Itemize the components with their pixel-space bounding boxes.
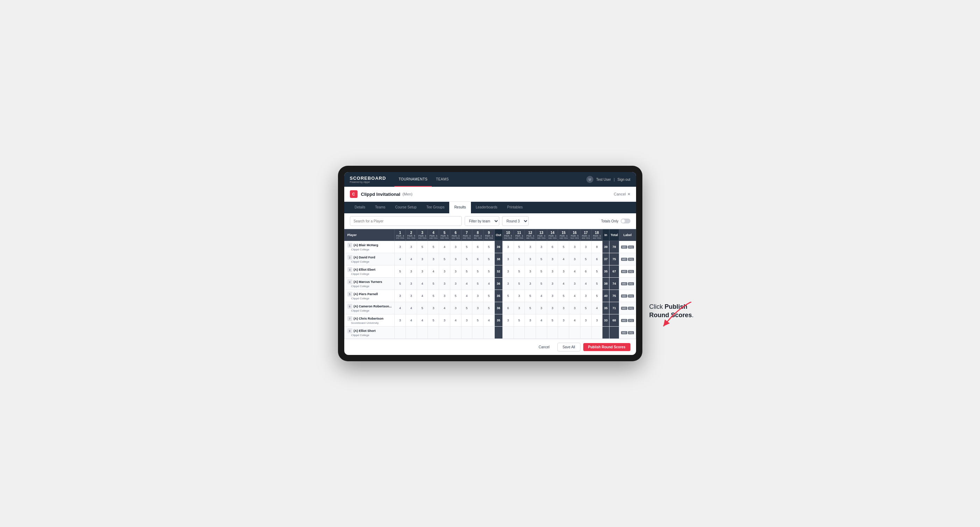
score-out-1[interactable]: 3	[395, 290, 406, 302]
score-out-1[interactable]: 3	[395, 241, 406, 253]
wd-badge[interactable]: WD	[621, 307, 627, 310]
score-out-1[interactable]: 5	[395, 265, 406, 278]
score-in-14[interactable]: 3	[547, 278, 558, 290]
score-in-12[interactable]: 3	[525, 241, 536, 253]
score-in-11[interactable]: 5	[514, 253, 525, 265]
score-out-4[interactable]: 4	[428, 265, 439, 278]
score-out-3[interactable]: 4	[417, 290, 428, 302]
wd-badge[interactable]: WD	[621, 270, 627, 273]
score-out-6[interactable]: 5	[450, 290, 461, 302]
score-in-16[interactable]: 3	[569, 302, 581, 314]
score-in-12[interactable]: 5	[525, 302, 536, 314]
score-in-14[interactable]: 6	[547, 241, 558, 253]
score-in-13[interactable]	[536, 327, 547, 339]
score-out-7[interactable]: 4	[461, 290, 473, 302]
score-out-7[interactable]: 5	[461, 265, 473, 278]
score-in-10[interactable]: 5	[503, 290, 514, 302]
score-out-8[interactable]: 3	[473, 302, 484, 314]
score-out-9[interactable]: 4	[483, 314, 494, 327]
toggle-switch[interactable]	[620, 219, 630, 224]
score-out-5[interactable]: 3	[439, 265, 450, 278]
score-out-8[interactable]: 5	[473, 278, 484, 290]
score-in-15[interactable]: 4	[558, 253, 569, 265]
score-in-17[interactable]: 5	[580, 302, 591, 314]
wd-badge[interactable]: WD	[621, 319, 627, 322]
score-in-11[interactable]: 5	[514, 265, 525, 278]
dq-badge[interactable]: DQ	[628, 258, 634, 261]
score-out-1[interactable]: 5	[395, 278, 406, 290]
score-out-7[interactable]: 5	[461, 253, 473, 265]
dq-badge[interactable]: DQ	[628, 282, 634, 285]
score-in-15[interactable]: 3	[558, 265, 569, 278]
score-out-5[interactable]: 3	[439, 290, 450, 302]
score-in-13[interactable]: 5	[536, 253, 547, 265]
score-out-4[interactable]: 5	[428, 278, 439, 290]
score-in-15[interactable]: 4	[558, 278, 569, 290]
score-in-15[interactable]: 3	[558, 302, 569, 314]
score-out-3[interactable]: 5	[417, 302, 428, 314]
totals-only-toggle[interactable]: Totals Only	[601, 219, 630, 224]
score-in-12[interactable]: 3	[525, 265, 536, 278]
score-in-10[interactable]: 3	[503, 253, 514, 265]
dq-badge[interactable]: DQ	[628, 319, 634, 322]
score-in-11[interactable]: 5	[514, 314, 525, 327]
score-in-13[interactable]: 4	[536, 314, 547, 327]
score-in-17[interactable]	[580, 327, 591, 339]
score-in-11[interactable]: 5	[514, 241, 525, 253]
score-in-18[interactable]: 5	[591, 278, 603, 290]
score-in-18[interactable]: 5	[591, 290, 603, 302]
score-in-10[interactable]: 3	[503, 278, 514, 290]
score-in-10[interactable]	[503, 327, 514, 339]
score-out-6[interactable]: 3	[450, 253, 461, 265]
score-out-4[interactable]: 3	[428, 302, 439, 314]
score-out-6[interactable]: 3	[450, 241, 461, 253]
score-out-1[interactable]: 4	[395, 253, 406, 265]
score-in-16[interactable]: 3	[569, 241, 581, 253]
wd-badge[interactable]: WD	[621, 258, 627, 261]
score-out-2[interactable]: 3	[406, 265, 417, 278]
score-out-4[interactable]: 3	[428, 253, 439, 265]
score-in-17[interactable]: 3	[580, 290, 591, 302]
score-out-9[interactable]: 5	[483, 265, 494, 278]
score-out-5[interactable]: 3	[439, 278, 450, 290]
score-out-9[interactable]: 5	[483, 302, 494, 314]
wd-badge[interactable]: WD	[621, 294, 627, 298]
score-out-5[interactable]	[439, 327, 450, 339]
score-out-6[interactable]: 3	[450, 278, 461, 290]
score-in-12[interactable]: 3	[525, 253, 536, 265]
score-in-10[interactable]: 3	[503, 314, 514, 327]
score-out-2[interactable]: 3	[406, 278, 417, 290]
score-in-17[interactable]: 3	[580, 314, 591, 327]
score-out-8[interactable]	[473, 327, 484, 339]
score-in-12[interactable]: 3	[525, 278, 536, 290]
score-in-13[interactable]: 5	[536, 278, 547, 290]
score-out-9[interactable]: 5	[483, 241, 494, 253]
score-in-18[interactable]: 3	[591, 314, 603, 327]
score-in-15[interactable]: 5	[558, 290, 569, 302]
score-in-14[interactable]: 3	[547, 302, 558, 314]
score-in-18[interactable]: 5	[591, 265, 603, 278]
score-out-3[interactable]: 4	[417, 278, 428, 290]
score-out-3[interactable]: 3	[417, 253, 428, 265]
score-in-14[interactable]: 3	[547, 265, 558, 278]
score-in-13[interactable]: 4	[536, 290, 547, 302]
score-in-16[interactable]: 4	[569, 314, 581, 327]
tab-course-setup[interactable]: Course Setup	[390, 202, 422, 213]
score-in-10[interactable]: 3	[503, 241, 514, 253]
score-out-4[interactable]	[428, 327, 439, 339]
score-out-5[interactable]: 4	[439, 241, 450, 253]
score-out-2[interactable]	[406, 327, 417, 339]
dq-badge[interactable]: DQ	[628, 294, 634, 298]
score-out-7[interactable]: 5	[461, 302, 473, 314]
score-in-14[interactable]: 3	[547, 253, 558, 265]
score-out-7[interactable]	[461, 327, 473, 339]
score-out-6[interactable]: 3	[450, 265, 461, 278]
score-out-8[interactable]: 5	[473, 314, 484, 327]
search-input[interactable]	[350, 216, 462, 226]
score-in-15[interactable]: 5	[558, 241, 569, 253]
tournament-cancel-button[interactable]: Cancel ✕	[614, 192, 630, 197]
score-in-11[interactable]: 5	[514, 278, 525, 290]
score-in-17[interactable]: 5	[580, 253, 591, 265]
score-out-9[interactable]: 5	[483, 253, 494, 265]
score-in-16[interactable]: 3	[569, 253, 581, 265]
